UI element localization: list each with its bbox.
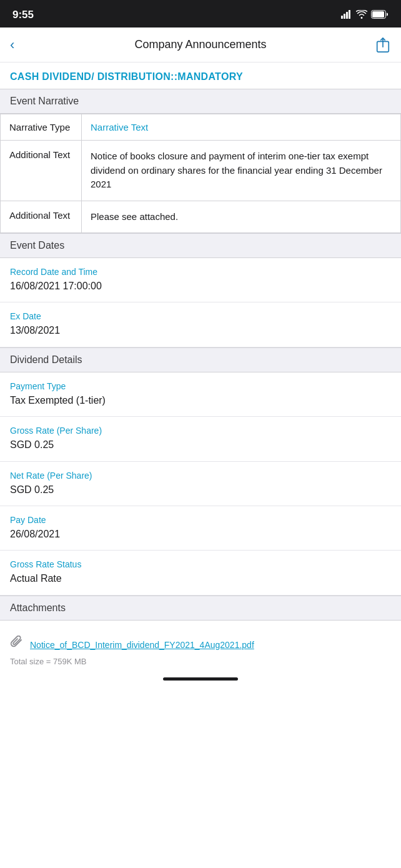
table-row: Additional Text Please see attached. — [1, 201, 401, 233]
home-bar — [163, 677, 238, 681]
gross-rate-section: Gross Rate (Per Share) SGD 0.25 — [0, 417, 401, 461]
attachments-header: Attachments — [0, 596, 401, 621]
narrative-type-cell-2: Additional Text — [1, 201, 82, 233]
event-narrative-header: Event Narrative — [0, 89, 401, 114]
narrative-type-header: Narrative Type — [1, 114, 82, 141]
narrative-text-cell-2: Please see attached. — [82, 201, 401, 233]
attachment-link[interactable]: Notice_of_BCD_Interim_dividend_FY2021_4A… — [30, 640, 254, 650]
attachment-item[interactable]: Notice_of_BCD_Interim_dividend_FY2021_4A… — [10, 636, 391, 654]
narrative-text-cell-1: Notice of books closure and payment of i… — [82, 141, 401, 201]
gross-rate-status-section: Gross Rate Status Actual Rate — [0, 551, 401, 595]
gross-rate-label: Gross Rate (Per Share) — [10, 426, 391, 436]
pay-date-value: 26/08/2021 — [10, 527, 391, 541]
payment-type-label: Payment Type — [10, 381, 391, 391]
gross-rate-status-value: Actual Rate — [10, 572, 391, 586]
nav-bar: ‹ Company Announcements — [0, 27, 401, 62]
record-date-section: Record Date and Time 16/08/2021 17:00:00 — [0, 258, 401, 302]
net-rate-value: SGD 0.25 — [10, 483, 391, 497]
wifi-icon — [356, 10, 367, 21]
narrative-text-header: Narrative Text — [82, 114, 401, 141]
home-indicator — [0, 671, 401, 684]
gross-rate-status-label: Gross Rate Status — [10, 559, 391, 569]
attachments-section: Notice_of_BCD_Interim_dividend_FY2021_4A… — [0, 621, 401, 671]
narrative-table: Narrative Type Narrative Text Additional… — [0, 114, 401, 233]
event-dates-header: Event Dates — [0, 233, 401, 258]
status-bar: 9:55 — [0, 0, 401, 27]
svg-rect-2 — [346, 12, 348, 19]
status-icons — [341, 10, 389, 21]
record-date-value: 16/08/2021 17:00:00 — [10, 279, 391, 293]
nav-title: Company Announcements — [32, 38, 369, 51]
ex-date-section: Ex Date 13/08/2021 — [0, 302, 401, 347]
status-time: 9:55 — [12, 9, 34, 21]
page-title: CASH DIVIDEND/ DISTRIBUTION::MANDATORY — [0, 62, 401, 89]
ex-date-label: Ex Date — [10, 311, 391, 321]
attachment-size: Total size = 759K MB — [10, 657, 391, 666]
pay-date-label: Pay Date — [10, 515, 391, 525]
share-button[interactable] — [369, 37, 391, 53]
net-rate-label: Net Rate (Per Share) — [10, 471, 391, 481]
svg-rect-1 — [344, 14, 345, 19]
signal-icon — [341, 10, 352, 21]
dividend-details-header: Dividend Details — [0, 347, 401, 372]
content: CASH DIVIDEND/ DISTRIBUTION::MANDATORY E… — [0, 62, 401, 671]
battery-icon — [371, 10, 389, 21]
record-date-label: Record Date and Time — [10, 267, 391, 277]
svg-rect-5 — [372, 11, 384, 17]
back-button[interactable]: ‹ — [10, 37, 32, 53]
svg-rect-0 — [341, 16, 343, 19]
ex-date-value: 13/08/2021 — [10, 324, 391, 337]
paperclip-icon — [10, 636, 24, 654]
payment-type-value: Tax Exempted (1-tier) — [10, 394, 391, 407]
svg-rect-3 — [349, 10, 350, 19]
payment-type-section: Payment Type Tax Exempted (1-tier) — [0, 372, 401, 417]
net-rate-section: Net Rate (Per Share) SGD 0.25 — [0, 462, 401, 506]
share-icon — [375, 37, 391, 53]
table-row: Additional Text Notice of books closure … — [1, 141, 401, 201]
narrative-type-cell-1: Additional Text — [1, 141, 82, 201]
gross-rate-value: SGD 0.25 — [10, 438, 391, 452]
pay-date-section: Pay Date 26/08/2021 — [0, 506, 401, 551]
